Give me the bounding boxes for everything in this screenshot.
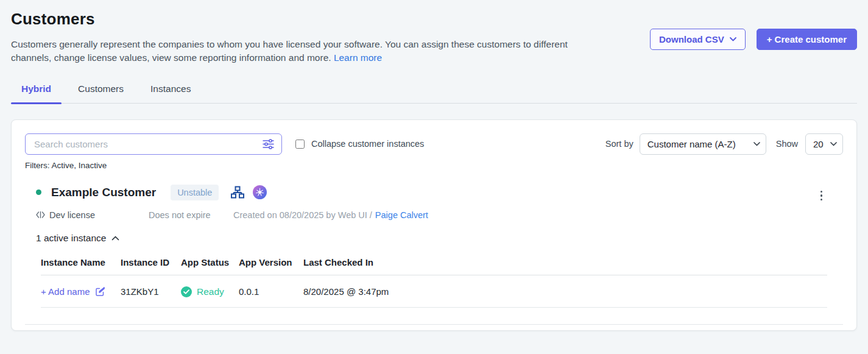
show-label: Show bbox=[776, 139, 798, 149]
customers-page: Customers Download CSV + Create customer… bbox=[0, 0, 868, 331]
instance-summary-label: 1 active instance bbox=[36, 233, 106, 244]
instance-id-cell: 31ZKbY1 bbox=[121, 275, 181, 307]
kubernetes-icon bbox=[253, 185, 267, 199]
card-toolbar: Collapse customer instances Sort by Cust… bbox=[25, 133, 843, 155]
col-header-app-status: App Status bbox=[181, 253, 239, 275]
header-actions: Download CSV + Create customer bbox=[650, 29, 857, 50]
active-status-dot bbox=[36, 189, 41, 195]
instance-table-row: + Add name 31ZKbY1 bbox=[41, 275, 827, 307]
license-row: Dev license Does not expire Created on 0… bbox=[36, 210, 843, 220]
page-description: Customers generally represent the compan… bbox=[11, 38, 599, 65]
edit-icon[interactable] bbox=[95, 286, 105, 297]
code-icon bbox=[36, 211, 45, 219]
license-type: Dev license bbox=[36, 210, 149, 220]
sort-by-label: Sort by bbox=[605, 139, 633, 149]
license-type-label: Dev license bbox=[49, 210, 95, 220]
page-description-text: Customers generally represent the compan… bbox=[11, 39, 568, 63]
col-header-instance-name: Instance Name bbox=[41, 253, 121, 275]
customer-menu-button[interactable] bbox=[818, 188, 825, 204]
download-csv-label: Download CSV bbox=[659, 34, 724, 44]
page-title: Customers bbox=[11, 10, 857, 29]
collapse-instances-label: Collapse customer instances bbox=[311, 139, 424, 149]
search-input[interactable] bbox=[34, 139, 263, 149]
active-filters-text: Filters: Active, Inactive bbox=[25, 161, 843, 170]
customers-card: Collapse customer instances Sort by Cust… bbox=[11, 119, 857, 331]
show-select[interactable]: 20 bbox=[806, 134, 842, 154]
col-header-app-version: App Version bbox=[239, 253, 303, 275]
collapse-instances-control: Collapse customer instances bbox=[295, 139, 424, 149]
channel-badge: Unstable bbox=[171, 185, 219, 200]
chevron-up-icon bbox=[111, 236, 119, 241]
instances-table: Instance Name Instance ID App Status App… bbox=[41, 253, 827, 308]
add-name-label: + Add name bbox=[41, 286, 90, 297]
chevron-down-icon bbox=[730, 37, 736, 41]
sort-controls: Sort by Customer name (A-Z) Show 20 bbox=[605, 133, 843, 155]
collapse-instances-checkbox[interactable] bbox=[295, 140, 305, 149]
show-select-wrap: 20 bbox=[805, 133, 843, 155]
created-by-text: Created on 08/20/2025 by Web UI / bbox=[233, 210, 372, 220]
customer-type-icons bbox=[230, 185, 267, 200]
customer-name[interactable]: Example Customer bbox=[51, 186, 156, 199]
search-box bbox=[25, 133, 282, 155]
created-by-link[interactable]: Paige Calvert bbox=[375, 210, 428, 220]
customer-name-row: Example Customer Unstable bbox=[36, 185, 843, 200]
download-csv-button[interactable]: Download CSV bbox=[650, 29, 746, 50]
create-customer-button[interactable]: + Create customer bbox=[757, 29, 857, 50]
tab-hybrid[interactable]: Hybrid bbox=[11, 83, 62, 103]
app-version-cell: 0.0.1 bbox=[239, 275, 303, 307]
instance-summary-toggle[interactable]: 1 active instance bbox=[36, 233, 119, 244]
sitemap-icon bbox=[230, 185, 245, 200]
learn-more-link[interactable]: Learn more bbox=[334, 52, 382, 63]
app-status-label: Ready bbox=[197, 286, 224, 297]
instances-table-header-row: Instance Name Instance ID App Status App… bbox=[41, 253, 827, 275]
add-name-link[interactable]: + Add name bbox=[41, 286, 105, 297]
sort-select-wrap: Customer name (A-Z) bbox=[640, 133, 766, 155]
filter-sliders-icon[interactable] bbox=[263, 139, 274, 149]
view-tabs: Hybrid Customers Instances bbox=[11, 83, 857, 104]
license-expiry: Does not expire bbox=[149, 210, 233, 220]
check-circle-icon bbox=[181, 286, 192, 297]
customer-row: Example Customer Unstable bbox=[25, 185, 843, 325]
tab-instances[interactable]: Instances bbox=[140, 83, 201, 103]
tab-customers[interactable]: Customers bbox=[68, 83, 134, 103]
col-header-instance-id: Instance ID bbox=[121, 253, 181, 275]
col-header-last-checked-in: Last Checked In bbox=[303, 253, 827, 275]
last-checked-in-cell: 8/20/2025 @ 3:47pm bbox=[303, 275, 827, 307]
app-status-cell: Ready bbox=[181, 286, 224, 297]
page-header: Customers Download CSV + Create customer… bbox=[11, 10, 857, 65]
sort-select[interactable]: Customer name (A-Z) bbox=[640, 134, 766, 154]
